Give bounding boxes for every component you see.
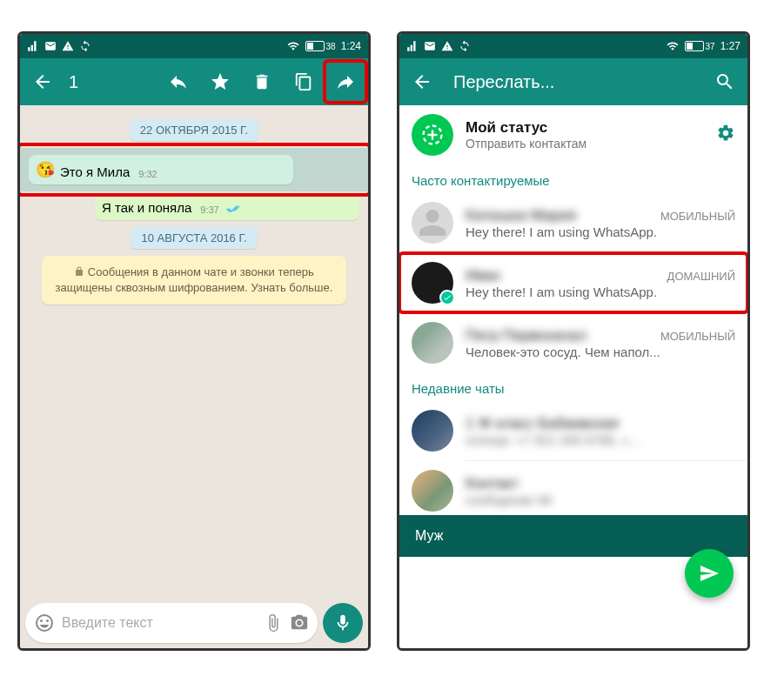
message-time: 9:37	[200, 204, 218, 215]
contact-name: Контакт	[466, 475, 519, 492]
system-text: Сообщения в данном чате и звонки теперь …	[56, 265, 333, 294]
contact-row[interactable]: 1 Ж класс Бабаевская солнце: +7 921 345 …	[399, 401, 747, 460]
contact-status: Человек-это сосуд. Чем напол...	[466, 345, 735, 359]
message-text: Я так и поняла	[102, 200, 191, 215]
star-button[interactable]	[201, 63, 239, 101]
avatar	[412, 322, 453, 364]
footer-text: Муж	[415, 528, 443, 544]
avatar	[412, 202, 453, 244]
sync-icon	[459, 40, 471, 52]
message-time: 9:32	[138, 169, 157, 179]
selection-count: 1	[65, 72, 156, 92]
section-frequent: Часто контактируемые	[399, 164, 747, 193]
read-ticks-icon	[226, 204, 240, 215]
clock-time: 1:27	[720, 40, 740, 52]
check-badge-icon	[439, 290, 455, 305]
wifi-icon	[666, 40, 680, 52]
contact-name: 1 Ж класс Бабаевская	[466, 415, 619, 432]
mic-button[interactable]	[323, 603, 363, 643]
forward-toolbar: Переслать...	[399, 58, 747, 105]
message-in-selected[interactable]: 😘 Это я Мила 9:32	[29, 155, 293, 184]
status-subtitle: Отправить контактам	[466, 137, 704, 151]
lock-icon	[74, 266, 84, 277]
clock-time: 1:24	[341, 40, 361, 52]
mail-icon	[424, 40, 436, 52]
camera-button[interactable]	[290, 613, 309, 633]
chat-area: 22 ОКТЯБРЯ 2015 Г. 😘 Это я Мила 9:32 Я т…	[20, 105, 368, 648]
battery-level: 38	[326, 42, 336, 51]
contact-sub: солнце: +7 921 345 6789, +...	[466, 432, 735, 447]
contact-row[interactable]: Петр ПервоначалМОБИЛЬНЫЙ Человек-это сос…	[399, 313, 747, 372]
settings-button[interactable]	[716, 124, 735, 146]
encryption-notice[interactable]: Сообщения в данном чате и звонки теперь …	[42, 256, 346, 305]
contact-sub: сообщение 90	[466, 492, 735, 507]
contact-status: Hey there! I am using WhatsApp.	[466, 224, 735, 239]
contact-name: Петр Первоначал	[466, 327, 586, 345]
delete-button[interactable]	[243, 63, 281, 101]
status-title: Мой статус	[466, 119, 704, 137]
signal-icon	[27, 40, 39, 52]
back-button[interactable]	[23, 63, 62, 101]
message-input-container	[25, 603, 318, 643]
phone-chat: 38 1:24 1 22 ОКТЯБРЯ 2015 Г.	[17, 31, 371, 651]
avatar	[412, 410, 453, 452]
forward-body: Мой статус Отправить контактам Часто кон…	[399, 105, 747, 648]
message-out[interactable]: Я так и поняла 9:37	[95, 195, 359, 220]
contact-row[interactable]: Катюшка МарияМОБИЛЬНЫЙ Hey there! I am u…	[399, 193, 747, 252]
selected-footer: Муж	[399, 515, 747, 557]
signal-icon	[406, 40, 419, 52]
section-recent: Недавние чаты	[399, 372, 747, 401]
contact-status: Hey there! I am using WhatsApp.	[466, 285, 735, 299]
copy-button[interactable]	[285, 63, 323, 101]
contact-row[interactable]: Контакт сообщение 90	[399, 461, 747, 515]
date-separator: 10 АВГУСТА 2016 Г.	[131, 227, 257, 249]
contact-tag: МОБИЛЬНЫЙ	[660, 330, 735, 343]
contact-name: Катюшка Мария	[466, 207, 576, 224]
emoji-button[interactable]	[34, 613, 55, 633]
status-avatar-icon	[412, 114, 453, 156]
search-button[interactable]	[706, 63, 744, 101]
forward-button[interactable]	[326, 63, 365, 101]
back-button[interactable]	[403, 63, 441, 101]
my-status-row[interactable]: Мой статус Отправить контактам	[399, 105, 747, 164]
screen-title: Переслать...	[445, 72, 702, 92]
warning-icon	[441, 40, 453, 52]
contact-row-selected[interactable]: ИванДОМАШНИЙ Hey there! I am using Whats…	[399, 253, 747, 312]
attach-button[interactable]	[264, 613, 283, 633]
sync-icon	[79, 40, 91, 52]
contact-tag: ДОМАШНИЙ	[667, 270, 735, 283]
reply-button[interactable]	[159, 63, 198, 101]
selection-toolbar: 1	[20, 58, 368, 105]
date-separator: 22 ОКТЯБРЯ 2015 Г.	[130, 119, 258, 141]
input-bar	[20, 598, 368, 648]
wifi-icon	[286, 40, 300, 52]
send-fab[interactable]	[685, 549, 734, 598]
contact-name: Иван	[466, 267, 500, 285]
message-text: Это я Мила	[60, 164, 130, 179]
status-bar: 37 1:27	[399, 34, 747, 58]
battery-level: 37	[706, 42, 715, 51]
message-input[interactable]	[62, 615, 257, 631]
warning-icon	[62, 40, 74, 52]
avatar	[412, 470, 453, 512]
avatar	[412, 262, 453, 304]
kiss-emoji-icon: 😘	[36, 160, 55, 179]
contact-tag: МОБИЛЬНЫЙ	[660, 210, 735, 223]
mail-icon	[44, 40, 57, 52]
phone-forward: 37 1:27 Переслать... Мой статус Отправит…	[397, 31, 750, 651]
status-bar: 38 1:24	[20, 34, 368, 58]
